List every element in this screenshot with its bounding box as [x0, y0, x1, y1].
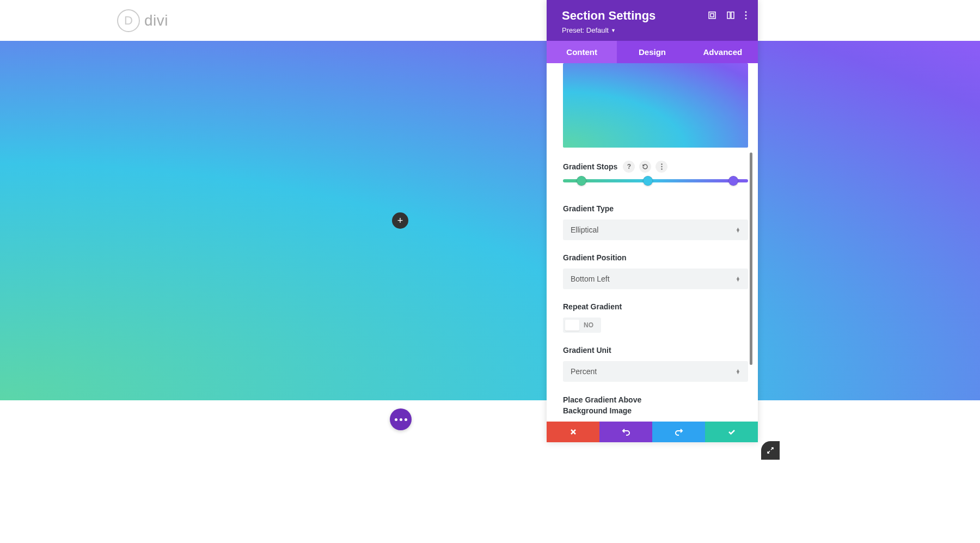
svg-rect-3: [731, 12, 734, 19]
close-icon: [569, 428, 577, 436]
gradient-position-label: Gradient Position: [563, 253, 748, 262]
svg-rect-2: [727, 12, 730, 19]
gradient-preview[interactable]: [563, 63, 748, 148]
chevron-down-icon: ▼: [611, 28, 616, 33]
svg-point-5: [745, 15, 747, 16]
options-icon[interactable]: [656, 161, 667, 173]
gradient-stop-handle[interactable]: [728, 176, 738, 186]
gradient-unit-select[interactable]: Percent ▲▼: [563, 361, 748, 382]
check-icon: [727, 428, 736, 436]
cancel-button[interactable]: [547, 422, 599, 442]
tab-design[interactable]: Design: [617, 41, 687, 63]
undo-icon: [622, 428, 630, 436]
reset-icon[interactable]: [639, 161, 651, 173]
add-module-button[interactable]: +: [392, 212, 408, 229]
responsive-view-icon[interactable]: [708, 11, 716, 20]
panel-menu-icon[interactable]: [745, 11, 747, 20]
panel-footer: [547, 422, 758, 442]
repeat-gradient-label: Repeat Gradient: [563, 302, 748, 311]
undo-button[interactable]: [599, 422, 652, 442]
help-icon[interactable]: ?: [623, 161, 635, 173]
svg-point-6: [745, 18, 747, 20]
place-above-label: Place Gradient Above Background Image: [563, 395, 672, 416]
repeat-gradient-toggle[interactable]: NO: [563, 318, 601, 333]
panel-title: Section Settings: [562, 9, 656, 23]
tab-advanced[interactable]: Advanced: [688, 41, 758, 63]
gradient-stop-handle[interactable]: [643, 176, 653, 186]
page-settings-fab[interactable]: [390, 408, 412, 430]
section-canvas[interactable]: [0, 41, 980, 400]
select-arrows-icon: ▲▼: [736, 228, 740, 233]
gradient-stop-handle[interactable]: [577, 176, 586, 186]
tab-content[interactable]: Content: [547, 41, 617, 63]
gradient-stops-slider[interactable]: [563, 179, 748, 182]
panel-body: Gradient Stops ? Gradient Type Elliptica…: [547, 63, 758, 422]
panel-tabs: Content Design Advanced: [547, 41, 758, 63]
select-arrows-icon: ▲▼: [736, 277, 740, 282]
gradient-type-label: Gradient Type: [563, 204, 748, 213]
expand-icon: [767, 447, 774, 454]
svg-point-4: [745, 11, 747, 13]
select-arrows-icon: ▲▼: [736, 369, 740, 374]
divi-logo-icon: D: [117, 9, 140, 32]
plus-icon: +: [397, 215, 403, 227]
svg-point-8: [661, 166, 662, 167]
gradient-position-select[interactable]: Bottom Left ▲▼: [563, 269, 748, 289]
svg-rect-1: [710, 14, 714, 17]
panel-header: Section Settings Preset: Default ▼: [547, 0, 758, 41]
expand-panel-handle[interactable]: [761, 441, 780, 460]
redo-button[interactable]: [652, 422, 705, 442]
dots-icon: [395, 418, 397, 421]
svg-point-9: [661, 168, 662, 169]
svg-point-7: [661, 163, 662, 164]
scrollbar-thumb[interactable]: [750, 152, 752, 365]
hover-view-icon[interactable]: [726, 11, 735, 20]
divi-logo-text: divi: [144, 12, 168, 29]
section-settings-panel: Section Settings Preset: Default ▼ Conte…: [547, 0, 758, 442]
divi-logo: D divi: [117, 9, 168, 32]
app-header: D divi: [0, 0, 980, 41]
gradient-unit-label: Gradient Unit: [563, 346, 748, 355]
preset-dropdown[interactable]: Preset: Default ▼: [562, 26, 656, 34]
gradient-type-select[interactable]: Elliptical ▲▼: [563, 219, 748, 240]
svg-rect-0: [709, 12, 715, 19]
gradient-stops-label: Gradient Stops ?: [563, 161, 748, 173]
redo-icon: [675, 428, 683, 436]
save-button[interactable]: [705, 422, 758, 442]
